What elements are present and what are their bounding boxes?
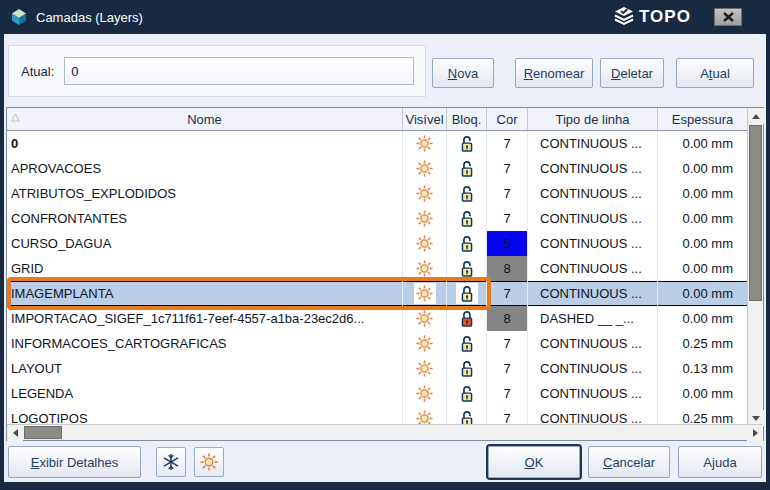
lock-toggle[interactable] (456, 333, 478, 354)
lineweight-cell[interactable]: 0.00 mm (658, 156, 747, 181)
visible-toggle[interactable] (414, 233, 436, 254)
visible-toggle[interactable] (414, 358, 436, 379)
lock-toggle[interactable] (456, 233, 478, 254)
table-row[interactable]: CONFRONTANTES (7, 206, 747, 231)
thaw-all-button[interactable] (194, 447, 224, 477)
table-row[interactable]: 0 (7, 131, 747, 156)
header-visivel[interactable]: Visível (403, 108, 447, 130)
lineweight-cell[interactable]: 0.00 mm (658, 306, 747, 331)
horizontal-scroll-thumb[interactable] (24, 426, 62, 439)
linetype-cell[interactable]: CONTINUOUS ... (528, 206, 658, 231)
atual-button[interactable]: Atual (676, 58, 754, 88)
lock-toggle[interactable] (456, 308, 478, 329)
visible-toggle[interactable] (414, 208, 436, 229)
scroll-up-button[interactable] (748, 108, 764, 124)
lock-toggle[interactable] (456, 133, 478, 154)
color-cell[interactable]: 7 (487, 356, 528, 381)
visible-toggle[interactable] (414, 158, 436, 179)
visible-toggle[interactable] (414, 333, 436, 354)
color-cell[interactable]: 7 (487, 381, 528, 406)
lineweight-cell[interactable]: 0.00 mm (658, 231, 747, 256)
close-button[interactable] (714, 8, 742, 26)
nova-button[interactable]: Nova (432, 58, 494, 88)
lock-toggle[interactable] (456, 408, 478, 425)
table-row[interactable]: LOGOTIPOS (7, 406, 747, 425)
lock-toggle[interactable] (456, 283, 478, 304)
table-row[interactable]: LEGENDA (7, 381, 747, 406)
table-row[interactable]: IMAGEMPLANTA (7, 281, 747, 306)
lineweight-cell[interactable]: 0.00 mm (658, 181, 747, 206)
sun-icon (416, 260, 433, 277)
scroll-left-button[interactable] (7, 425, 23, 441)
table-row[interactable]: IMPORTACAO_SIGEF_1c711f61-7eef-4557-a1ba… (7, 306, 747, 331)
linetype-cell[interactable]: CONTINUOUS ... (528, 331, 658, 356)
linetype-cell[interactable]: CONTINUOUS ... (528, 131, 658, 156)
linetype-cell[interactable]: CONTINUOUS ... (528, 231, 658, 256)
lock-toggle[interactable] (456, 258, 478, 279)
lineweight-cell[interactable]: 0.00 mm (658, 256, 747, 281)
color-cell[interactable]: 8 (487, 256, 528, 281)
vertical-scroll-thumb[interactable] (749, 125, 762, 301)
header-tipo-de-linha[interactable]: Tipo de linha (528, 108, 658, 130)
color-cell[interactable]: 7 (487, 331, 528, 356)
lock-toggle[interactable] (456, 158, 478, 179)
visible-toggle[interactable] (414, 283, 436, 304)
table-row[interactable]: INFORMACOES_CARTOGRAFICAS (7, 331, 747, 356)
visible-toggle[interactable] (414, 383, 436, 404)
table-row[interactable]: ATRIBUTOS_EXPLODIDOS (7, 181, 747, 206)
color-cell[interactable]: 8 (487, 306, 528, 331)
cancelar-button[interactable]: Cancelar (588, 446, 670, 478)
horizontal-scrollbar[interactable] (7, 424, 763, 440)
exibir-detalhes-button[interactable]: Exibir Detalhes (8, 446, 141, 478)
deletar-button[interactable]: Deletar (600, 58, 664, 88)
lock-toggle[interactable] (456, 208, 478, 229)
arrow-left-icon (13, 429, 18, 437)
renomear-button[interactable]: Renomear (515, 58, 593, 88)
header-nome[interactable]: Nome (7, 108, 403, 130)
color-cell[interactable]: 7 (487, 181, 528, 206)
table-row[interactable]: CURSO_DAGUA (7, 231, 747, 256)
ajuda-button[interactable]: Ajuda (678, 446, 762, 478)
lock-toggle[interactable] (456, 383, 478, 404)
visible-toggle[interactable] (414, 308, 436, 329)
lock-toggle[interactable] (456, 183, 478, 204)
color-cell[interactable]: 7 (487, 406, 528, 425)
lineweight-cell[interactable]: 0.25 mm (658, 406, 747, 425)
color-cell[interactable]: 7 (487, 131, 528, 156)
scroll-right-button[interactable] (747, 425, 763, 441)
linetype-cell[interactable]: CONTINUOUS ... (528, 381, 658, 406)
lock-toggle[interactable] (456, 358, 478, 379)
visible-toggle[interactable] (414, 408, 436, 425)
color-cell[interactable]: 7 (487, 206, 528, 231)
table-row[interactable]: LAYOUT (7, 356, 747, 381)
vertical-scrollbar[interactable] (747, 108, 763, 426)
freeze-all-button[interactable] (156, 447, 186, 477)
color-cell[interactable]: 7 (487, 156, 528, 181)
lineweight-cell[interactable]: 0.13 mm (658, 356, 747, 381)
current-layer-input[interactable] (64, 57, 414, 85)
lineweight-cell[interactable]: 0.00 mm (658, 281, 747, 306)
ok-button[interactable]: OK (488, 446, 580, 478)
lineweight-cell[interactable]: 0.00 mm (658, 206, 747, 231)
linetype-cell[interactable]: CONTINUOUS ... (528, 406, 658, 425)
lineweight-cell[interactable]: 0.00 mm (658, 381, 747, 406)
header-bloq[interactable]: Bloq. (447, 108, 487, 130)
visible-toggle[interactable] (414, 258, 436, 279)
table-row[interactable]: APROVACOES (7, 156, 747, 181)
linetype-cell[interactable]: CONTINUOUS ... (528, 156, 658, 181)
color-cell[interactable]: 7 (487, 281, 528, 306)
linetype-cell[interactable]: CONTINUOUS ... (528, 281, 658, 306)
lineweight-cell[interactable]: 0.25 mm (658, 331, 747, 356)
lineweight-cell[interactable]: 0.00 mm (658, 131, 747, 156)
linetype-cell[interactable]: DASHED __ _... (528, 306, 658, 331)
linetype-cell[interactable]: CONTINUOUS ... (528, 256, 658, 281)
header-espessura[interactable]: Espessura (658, 108, 747, 130)
current-layer-label: Atual: (21, 64, 54, 79)
header-cor[interactable]: Cor (487, 108, 528, 130)
linetype-cell[interactable]: CONTINUOUS ... (528, 356, 658, 381)
color-cell[interactable]: 5 (487, 231, 528, 256)
visible-toggle[interactable] (414, 183, 436, 204)
table-row[interactable]: GRID (7, 256, 747, 281)
linetype-cell[interactable]: CONTINUOUS ... (528, 181, 658, 206)
visible-toggle[interactable] (414, 133, 436, 154)
